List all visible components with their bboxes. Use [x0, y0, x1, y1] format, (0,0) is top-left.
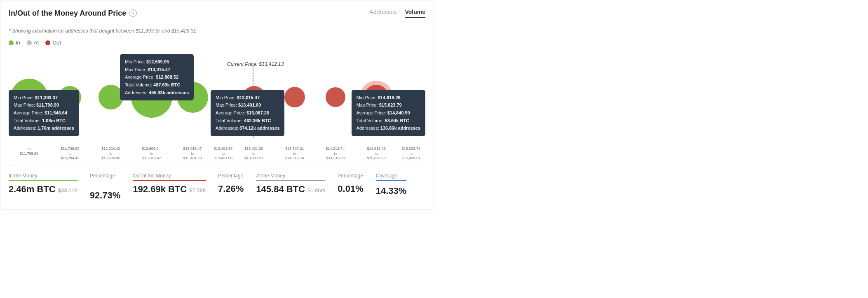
stat-sub-at: $1.96m: [307, 187, 325, 193]
stat-pct-in: 92.73%: [90, 190, 121, 201]
stat-value-in: 2.46m BTC $33.01b: [9, 184, 77, 195]
x-axis-4: $13,015.47to$13,401.69: [172, 147, 213, 161]
stat-out-the-money: Out of the Money 192.69k BTC $2.58b: [133, 173, 206, 201]
tab-addresses[interactable]: Addresses: [369, 9, 396, 18]
tooltip-mid-right: Min Price: $13,015.47 Max Price: $13,401…: [211, 90, 284, 136]
x-axis-8: $14,212.7...to$14,618.26: [315, 147, 356, 161]
subtitle: * Showing information for addresses that…: [9, 28, 425, 34]
header-tabs: Addresses Volume: [369, 9, 425, 18]
tooltip-left: Min Price: $11,393.37 Max Price: $11,798…: [9, 90, 79, 136]
header-left: In/Out of the Money Around Price ?: [9, 9, 137, 18]
x-axis-2: $12,204.42to$12,609.95: [90, 147, 131, 161]
main-container: In/Out of the Money Around Price ? Addre…: [0, 0, 434, 210]
tab-volume[interactable]: Volume: [405, 9, 425, 18]
stat-label-out: Out of the Money: [133, 173, 206, 181]
stat-pct-at: 0.01%: [338, 184, 363, 194]
legend-out: Out: [45, 40, 61, 46]
x-axis-6: $13,421.00to$13,807.21: [233, 147, 274, 161]
tooltip-right: Min Price: $14,618.26 Max Price: $15,023…: [352, 90, 425, 136]
x-axis-10: $15,023.79to$15,429.31: [397, 147, 425, 161]
stat-at-pct-group: Percentage 0.01%: [338, 173, 363, 201]
stat-at-the-money: At the Money 145.84 BTC $1.96m: [256, 173, 325, 201]
stat-in-pct-group: Percentage 92.73%: [90, 173, 121, 201]
stat-sub-in: $33.01b: [58, 187, 77, 193]
legend: In At Out: [9, 40, 425, 46]
stat-pct-header-at: Percentage: [338, 173, 363, 179]
stat-main-out: 192.69k BTC: [133, 184, 187, 195]
stat-main-in: 2.46m BTC: [9, 184, 56, 195]
x-axis-1: $11,798.90to$12,204.42: [49, 147, 90, 161]
stat-out-pct-group: Percentage 7.26%: [218, 173, 244, 201]
stat-pct-header-out: Percentage: [218, 173, 244, 179]
chart-area: Min Price: $11,393.37 Max Price: $11,798…: [9, 54, 425, 161]
x-axis-5: $13,401.69to$13,421.00: [213, 147, 234, 161]
stat-sub-out: $2.58b: [189, 187, 206, 193]
legend-dot-in: [9, 40, 14, 45]
stat-pct-out: 7.26%: [218, 184, 244, 194]
stat-coverage: Coverage 14.33%: [376, 173, 407, 201]
legend-label-out: Out: [52, 40, 61, 46]
page-title: In/Out of the Money Around Price: [9, 9, 126, 18]
footer-stats: In the Money 2.46m BTC $33.01b Percentag…: [9, 165, 425, 201]
x-axis-9: $14,618.26to$15,023.79: [356, 147, 397, 161]
x-axis: to$11,798.90 $11,798.90to$12,204.42 $12,…: [9, 147, 425, 161]
stat-pct-coverage: 14.33%: [376, 186, 407, 196]
header: In/Out of the Money Around Price ? Addre…: [9, 9, 425, 23]
legend-in: In: [9, 40, 20, 46]
stat-in-the-money: In the Money 2.46m BTC $33.01b: [9, 173, 77, 201]
stat-value-out: 192.69k BTC $2.58b: [133, 184, 206, 195]
help-icon[interactable]: ?: [129, 9, 137, 17]
stat-label-in: In the Money: [9, 173, 77, 181]
x-axis-0: to$11,798.90: [9, 147, 49, 161]
x-axis-7: $13,807.21to$14,212.74: [274, 147, 315, 161]
stat-label-coverage: Coverage: [376, 173, 407, 181]
legend-at: At: [27, 40, 39, 46]
legend-label-at: At: [34, 40, 39, 46]
stat-value-at: 145.84 BTC $1.96m: [256, 184, 325, 195]
x-axis-3: $12,609.9...to$13,015.47: [131, 147, 172, 161]
stat-label-at: At the Money: [256, 173, 325, 181]
col-9: [315, 87, 356, 107]
tooltip-mid-left: Min Price: $12,609.95 Max Price: $13,015…: [120, 54, 194, 100]
bubble-3: [99, 85, 123, 109]
bubble-9: [326, 87, 345, 107]
stat-pct-header-in: Percentage: [90, 173, 121, 179]
bubble-8: [284, 87, 305, 107]
legend-label-in: In: [16, 40, 20, 46]
legend-dot-at: [27, 40, 32, 45]
stat-main-at: 145.84 BTC: [256, 184, 305, 195]
legend-dot-out: [45, 40, 50, 45]
